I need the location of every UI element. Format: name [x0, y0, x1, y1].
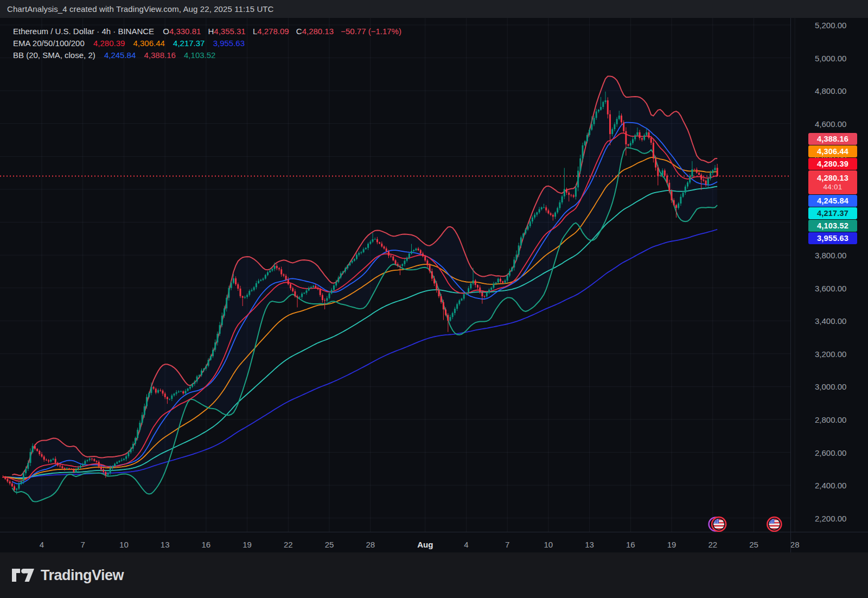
ema50-tag: 4,306.44 [808, 145, 857, 157]
tradingview-logo-icon [11, 567, 36, 584]
price-tick-label: 5,000.00 [815, 53, 846, 62]
time-tick-label: 19 [242, 540, 252, 549]
price-axis-border [790, 18, 791, 552]
time-tick-label: 7 [505, 540, 509, 549]
ema20-tag: 4,280.39 [808, 158, 857, 170]
bb-upper-value: 4,388.16 [144, 50, 175, 60]
screenshot-title-bar: ChartAnalysis_4 created with TradingView… [0, 0, 868, 18]
grid [0, 18, 795, 532]
price-tick-label: 2,800.00 [815, 415, 846, 424]
ema200-value: 3,955.63 [213, 39, 245, 48]
chart-canvas[interactable] [0, 0, 868, 598]
price-tick-label: 3,000.00 [815, 382, 846, 391]
time-tick-label: 28 [790, 540, 800, 549]
bb-label: BB (20, SMA, close, 2) [13, 50, 95, 60]
time-tick-label: 7 [81, 540, 85, 549]
bb-lower-value: 4,103.52 [184, 50, 215, 60]
bb-basis-value: 4,245.84 [104, 50, 136, 60]
tradingview-chart-screenshot: ChartAnalysis_4 created with TradingView… [0, 0, 868, 598]
time-tick-label: 4 [464, 540, 468, 549]
legend-symbol-row[interactable]: Ethereum / U.S. Dollar · 4h · BINANCE O4… [13, 26, 401, 37]
price-tick-label: 2,400.00 [815, 481, 846, 490]
price-tick-label: 3,400.00 [815, 316, 846, 326]
symbol-title: Ethereum / U.S. Dollar · 4h · BINANCE [13, 27, 154, 36]
time-tick-label: 28 [366, 540, 375, 549]
bb-basis-tag: 4,245.84 [808, 195, 857, 207]
tradingview-logo-text: TradingView [41, 567, 124, 584]
price-tick-label: 3,800.00 [815, 251, 846, 260]
price-tick-label: 5,200.00 [815, 21, 846, 30]
legend-bb-row[interactable]: BB (20, SMA, close, 2) 4,245.84 4,388.16… [13, 49, 401, 61]
bb-lower-tag: 4,103.52 [808, 220, 857, 232]
ohlc-low: L4,278.09 [253, 27, 289, 36]
bar-countdown: 44:01 [824, 183, 843, 191]
time-tick-label: 13 [161, 540, 170, 549]
ohlc-high: H4,355.31 [208, 27, 245, 36]
legend-ema-row[interactable]: EMA 20/50/100/200 4,280.39 4,306.44 4,21… [13, 37, 401, 49]
ohlc-close: C4,280.13 [296, 27, 334, 36]
time-tick-label: 19 [667, 540, 676, 549]
bb-upper-tag: 4,388.16 [808, 133, 857, 145]
ema100-value: 4,217.37 [173, 39, 205, 48]
price-tick-label: 4,600.00 [815, 119, 846, 128]
last-price-tag: 4,280.1344:01 [808, 170, 857, 194]
time-tick-label: 22 [708, 540, 717, 549]
price-tick-label: 3,600.00 [815, 283, 846, 292]
legend: Ethereum / U.S. Dollar · 4h · BINANCE O4… [13, 26, 401, 61]
time-tick-label: 25 [749, 540, 758, 549]
price-tick-label: 3,200.00 [815, 349, 846, 358]
us-flag-icon[interactable] [767, 517, 781, 531]
change-value: −50.77 (−1.17%) [341, 27, 401, 36]
ohlc-open: O4,330.81 [163, 27, 201, 36]
ema-label: EMA 20/50/100/200 [13, 39, 85, 48]
time-axis-border [0, 532, 868, 532]
price-tick-label: 2,200.00 [815, 513, 846, 523]
time-tick-label: 16 [202, 540, 211, 549]
price-tick-label: 2,600.00 [815, 448, 846, 457]
ema20-value: 4,280.39 [93, 39, 125, 48]
time-tick-label: Aug [417, 540, 433, 549]
us-flag-icon[interactable] [709, 517, 726, 531]
ema50-value: 4,306.44 [133, 39, 165, 48]
price-tick-label: 4,800.00 [815, 86, 846, 96]
ema100-tag: 4,217.37 [808, 207, 857, 219]
time-tick-label: 22 [284, 540, 293, 549]
ema100-line [3, 187, 718, 478]
time-tick-label: 16 [626, 540, 635, 549]
time-tick-label: 10 [544, 540, 553, 549]
time-tick-label: 25 [325, 540, 334, 549]
screenshot-title: ChartAnalysis_4 created with TradingView… [7, 4, 274, 14]
time-tick-label: 4 [40, 540, 44, 549]
ema200-tag: 3,955.63 [808, 232, 857, 244]
time-tick-label: 10 [119, 540, 129, 549]
time-tick-label: 13 [585, 540, 594, 549]
tradingview-logo[interactable]: TradingView [11, 567, 124, 584]
